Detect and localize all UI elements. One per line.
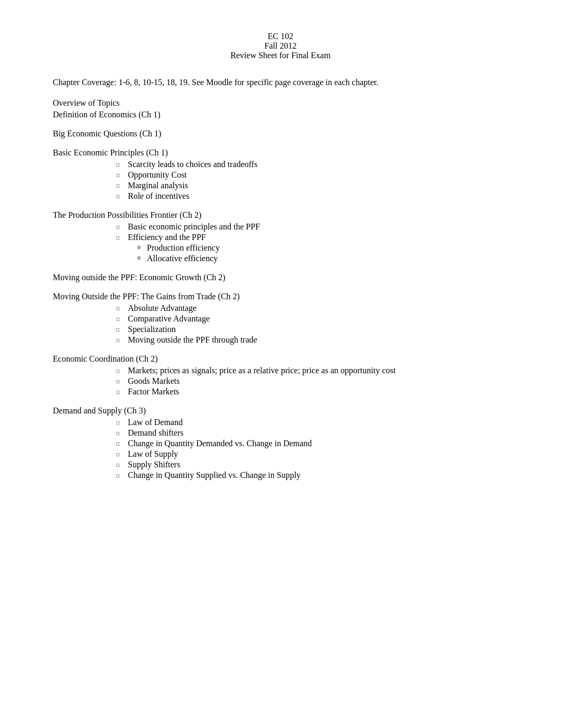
- list-item: □ Marginal analysis: [53, 181, 508, 190]
- bullet-text: Role of incentives: [128, 191, 189, 201]
- bullet-icon: □: [116, 337, 123, 343]
- bullet-icon: □: [116, 306, 123, 311]
- economic-coordination-section: Economic Coordination (Ch 2) □ Markets; …: [53, 354, 508, 397]
- bullet-text: Specialization: [128, 325, 176, 334]
- bullet-text: Comparative Advantage: [128, 314, 210, 324]
- basic-principles-title: Basic Economic Principles (Ch 1): [53, 148, 508, 158]
- bullet-text: Marginal analysis: [128, 181, 188, 190]
- bullet-icon: □: [116, 420, 123, 426]
- bullet-text: Change in Quantity Demanded vs. Change i…: [128, 439, 312, 448]
- list-item: □ Law of Supply: [53, 449, 508, 459]
- list-item: □ Markets; prices as signals; price as a…: [53, 366, 508, 375]
- bullet-icon: □: [116, 172, 123, 178]
- list-item: □ Comparative Advantage: [53, 314, 508, 324]
- moving-ppf-growth-section: Moving outside the PPF: Economic Growth …: [53, 273, 508, 282]
- demand-supply-list: □ Law of Demand □ Demand shifters □ Chan…: [53, 418, 508, 480]
- bullet-icon: □: [116, 389, 123, 395]
- economic-coordination-list: □ Markets; prices as signals; price as a…: [53, 366, 508, 397]
- bullet-text: Opportunity Cost: [128, 170, 187, 180]
- ppf-list: □ Basic economic principles and the PPF …: [53, 222, 508, 242]
- bullet-icon: □: [116, 183, 123, 189]
- moving-ppf-trade-list: □ Absolute Advantage □ Comparative Advan…: [53, 303, 508, 345]
- bullet-icon: □: [116, 327, 123, 333]
- demand-supply-section: Demand and Supply (Ch 3) □ Law of Demand…: [53, 406, 508, 480]
- ppf-section: The Production Possibilities Frontier (C…: [53, 210, 508, 263]
- list-item: □ Change in Quantity Demanded vs. Change…: [53, 439, 508, 448]
- list-item: □ Role of incentives: [53, 191, 508, 201]
- list-item: □ Moving outside the PPF through trade: [53, 335, 508, 345]
- list-item: □ Factor Markets: [53, 387, 508, 397]
- intro-section: Chapter Coverage: 1-6, 8, 10-15, 18, 19.…: [53, 76, 508, 89]
- sub-bullet-text: Production efficiency: [147, 243, 220, 253]
- bullet-icon: □: [116, 316, 123, 322]
- header-line2: Fall 2012: [53, 41, 508, 51]
- sub-bullet-text: Allocative efficiency: [147, 254, 218, 263]
- bullet-text: Moving outside the PPF through trade: [128, 335, 257, 345]
- bullet-icon: □: [116, 368, 123, 374]
- bullet-text: Efficiency and the PPF: [128, 233, 206, 242]
- bullet-text: Factor Markets: [128, 387, 179, 397]
- list-item: □ Law of Demand: [53, 418, 508, 427]
- intro-text: Chapter Coverage: 1-6, 8, 10-15, 18, 19.…: [53, 76, 508, 89]
- document-header: EC 102 Fall 2012 Review Sheet for Final …: [53, 32, 508, 60]
- basic-principles-list: □ Scarcity leads to choices and tradeoff…: [53, 160, 508, 201]
- bullet-icon: □: [116, 224, 123, 230]
- header-line3: Review Sheet for Final Exam: [53, 51, 508, 60]
- big-questions-section: Big Economic Questions (Ch 1): [53, 129, 508, 139]
- moving-ppf-trade-section: Moving Outside the PPF: The Gains from T…: [53, 292, 508, 345]
- bullet-text: Basic economic principles and the PPF: [128, 222, 260, 232]
- bullet-icon: □: [116, 235, 123, 241]
- bullet-icon: □: [116, 462, 123, 468]
- bullet-icon: □: [116, 451, 123, 457]
- demand-supply-title: Demand and Supply (Ch 3): [53, 406, 508, 416]
- bullet-text: Markets; prices as signals; price as a r…: [128, 366, 508, 375]
- list-item: □ Specialization: [53, 325, 508, 334]
- ppf-sub-list: o Production efficiency o Allocative eff…: [53, 243, 508, 263]
- bullet-text: Scarcity leads to choices and tradeoffs: [128, 160, 257, 169]
- bullet-text: Change in Quantity Supplied vs. Change i…: [128, 471, 301, 480]
- list-item: □ Supply Shifters: [53, 460, 508, 469]
- overview-section: Overview of Topics Definition of Economi…: [53, 98, 508, 119]
- overview-title: Overview of Topics: [53, 98, 508, 108]
- bullet-icon: □: [116, 473, 123, 478]
- list-item: o Allocative efficiency: [53, 254, 508, 263]
- bullet-icon: □: [116, 193, 123, 199]
- bullet-icon: □: [116, 162, 123, 168]
- bullet-text: Law of Demand: [128, 418, 183, 427]
- list-item: □ Change in Quantity Supplied vs. Change…: [53, 471, 508, 480]
- bullet-icon: □: [116, 430, 123, 436]
- bullet-text: Absolute Advantage: [128, 303, 197, 313]
- overview-subtitle: Definition of Economics (Ch 1): [53, 110, 508, 119]
- list-item: □ Scarcity leads to choices and tradeoff…: [53, 160, 508, 169]
- moving-ppf-trade-title: Moving Outside the PPF: The Gains from T…: [53, 292, 508, 301]
- list-item: □ Opportunity Cost: [53, 170, 508, 180]
- basic-principles-section: Basic Economic Principles (Ch 1) □ Scarc…: [53, 148, 508, 201]
- list-item: □ Goods Markets: [53, 376, 508, 386]
- list-item: □ Efficiency and the PPF: [53, 233, 508, 242]
- big-questions-title: Big Economic Questions (Ch 1): [53, 129, 508, 139]
- economic-coordination-title: Economic Coordination (Ch 2): [53, 354, 508, 364]
- bullet-icon: □: [116, 379, 123, 384]
- bullet-text: Supply Shifters: [128, 460, 180, 469]
- header-line1: EC 102: [53, 32, 508, 41]
- sub-bullet-icon: o: [137, 243, 143, 251]
- bullet-text: Demand shifters: [128, 428, 183, 438]
- sub-bullet-icon: o: [137, 254, 143, 262]
- list-item: □ Absolute Advantage: [53, 303, 508, 313]
- bullet-icon: □: [116, 441, 123, 447]
- bullet-text: Goods Markets: [128, 376, 180, 386]
- moving-ppf-growth-title: Moving outside the PPF: Economic Growth …: [53, 273, 508, 282]
- list-item: o Production efficiency: [53, 243, 508, 253]
- list-item: □ Demand shifters: [53, 428, 508, 438]
- list-item: □ Basic economic principles and the PPF: [53, 222, 508, 232]
- ppf-title: The Production Possibilities Frontier (C…: [53, 210, 508, 220]
- bullet-text: Law of Supply: [128, 449, 178, 459]
